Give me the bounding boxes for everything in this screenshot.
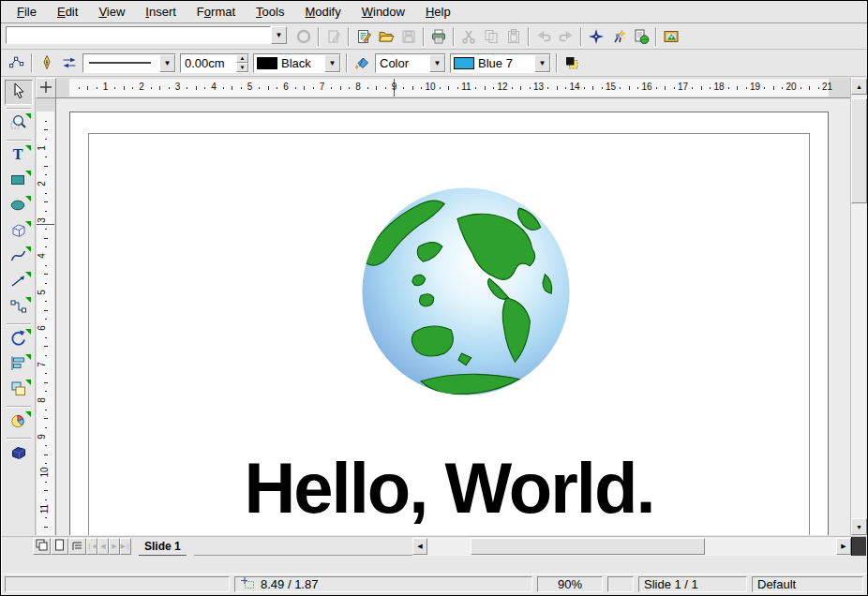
page-style-value: Default xyxy=(757,577,796,591)
window-resize-corner[interactable] xyxy=(851,537,866,556)
zoom-field[interactable]: 90% xyxy=(537,576,603,592)
fill-color-value[interactable]: Blue 7 xyxy=(474,56,534,70)
hyperlink-button[interactable] xyxy=(630,25,652,48)
rectangle-tool-button[interactable] xyxy=(5,169,33,194)
fill-type-value[interactable]: Color xyxy=(376,56,429,70)
ellipse-tool-button[interactable] xyxy=(5,194,33,219)
menu-file[interactable]: File xyxy=(7,3,47,21)
left-arrow-icon: ◀ xyxy=(417,543,422,550)
scroll-left-button[interactable]: ◀ xyxy=(412,538,427,555)
slide-number-value: Slide 1 / 1 xyxy=(644,577,698,591)
draw-toolbar: T xyxy=(2,78,36,535)
line-color-dropdown-button[interactable]: ▼ xyxy=(324,54,340,72)
area-dialog-button[interactable] xyxy=(351,52,373,74)
line-width-value[interactable]: 0.00cm xyxy=(181,56,236,70)
ruler-origin-icon xyxy=(39,81,52,97)
line-width-spinner[interactable]: ▲▼ xyxy=(236,54,248,72)
open-button[interactable] xyxy=(375,25,397,48)
print-button[interactable] xyxy=(427,25,450,48)
master-view-button[interactable] xyxy=(51,538,68,555)
edit-doc-icon xyxy=(325,28,342,45)
shadow-button[interactable] xyxy=(561,52,583,74)
slide-title-text[interactable]: Hello, World. xyxy=(69,447,829,529)
first-slide-button: ❘◀ xyxy=(86,538,97,555)
redo-icon xyxy=(558,28,575,45)
line-color-select[interactable]: Black ▼ xyxy=(253,53,341,73)
alignment-button[interactable] xyxy=(5,352,33,378)
3d-effects-cube-icon xyxy=(9,443,28,465)
navigator-button[interactable] xyxy=(585,25,607,48)
url-dropdown-button[interactable]: ▼ xyxy=(271,26,287,44)
autopilot-button[interactable] xyxy=(607,25,630,48)
edit-file-button[interactable] xyxy=(352,25,375,48)
fill-color-select[interactable]: Blue 7 ▼ xyxy=(450,53,551,73)
horizontal-scrollbar[interactable]: ◀ ▶ xyxy=(412,537,851,556)
edit-doc-button xyxy=(322,25,345,48)
line-style-dropdown-button[interactable]: ▼ xyxy=(159,54,175,72)
text-tool-button[interactable]: T xyxy=(5,143,33,169)
fill-type-dropdown-button[interactable]: ▼ xyxy=(429,54,445,72)
connector-tool-button[interactable] xyxy=(5,295,33,320)
curve-tool-button[interactable] xyxy=(5,245,33,270)
spin-up-icon[interactable]: ▲ xyxy=(236,54,248,64)
edit-points-button[interactable] xyxy=(6,52,28,74)
layer-view-button[interactable] xyxy=(68,538,86,555)
fill-color-dropdown-button[interactable]: ▼ xyxy=(534,54,550,72)
h-scrollbar-thumb[interactable] xyxy=(471,538,705,555)
line-color-value[interactable]: Black xyxy=(277,56,324,70)
horizontal-ruler[interactable]: 123456789101112131415161718192021 xyxy=(56,78,850,98)
page-style-field[interactable]: Default xyxy=(752,576,863,592)
scroll-up-button[interactable]: ▲ xyxy=(851,78,867,95)
menu-format[interactable]: Format xyxy=(187,3,246,21)
stop-button xyxy=(292,25,315,48)
select-tool-button[interactable] xyxy=(5,80,33,105)
layer-view-icon xyxy=(71,539,83,554)
menu-tools[interactable]: Tools xyxy=(246,3,294,21)
object-bar: ▼ 0.00cm ▲▼ Black ▼ Color ▼ Blue 7 ▼ xyxy=(1,50,867,77)
slide-canvas[interactable]: Hello, World. xyxy=(56,98,850,535)
lines-arrows-tool-button[interactable] xyxy=(5,270,33,295)
shadow-icon xyxy=(563,54,580,71)
rotate-tool-button[interactable] xyxy=(5,327,33,352)
last-slide-button: ▶❘ xyxy=(120,538,131,555)
scroll-right-button[interactable]: ▶ xyxy=(836,538,851,555)
menu-view[interactable]: View xyxy=(88,3,135,21)
line-dialog-button[interactable] xyxy=(36,52,58,74)
open-folder-icon xyxy=(378,28,395,45)
vertical-scrollbar[interactable]: ▲ ▼ xyxy=(850,78,866,535)
save-icon xyxy=(400,28,417,45)
menu-insert[interactable]: Insert xyxy=(135,3,187,21)
3d-objects-tool-button[interactable] xyxy=(5,219,33,245)
effects-3d-button[interactable] xyxy=(5,441,33,467)
master-view-icon xyxy=(53,539,66,554)
slide-view-button[interactable] xyxy=(33,538,51,555)
slide-tab[interactable]: Slide 1 xyxy=(131,537,194,556)
line-style-select[interactable]: ▼ xyxy=(82,53,176,73)
zoom-tool-button[interactable] xyxy=(5,112,33,137)
arrange-button[interactable] xyxy=(5,378,33,403)
v-scrollbar-thumb[interactable] xyxy=(851,98,867,203)
vertical-ruler[interactable]: 123456789101112 xyxy=(36,98,56,535)
copy-button xyxy=(480,25,502,48)
spin-down-icon[interactable]: ▼ xyxy=(236,63,248,72)
globe-image[interactable] xyxy=(359,185,573,398)
prev-arrow-icon: ◀ xyxy=(100,543,105,550)
menu-window[interactable]: Window xyxy=(352,3,415,21)
fill-type-select[interactable]: Color ▼ xyxy=(375,53,446,73)
edit-file-icon xyxy=(355,28,372,45)
insert-button[interactable] xyxy=(5,410,33,435)
menu-modify[interactable]: Modify xyxy=(294,3,351,21)
ruler-origin-button[interactable] xyxy=(36,78,56,98)
app-window: File Edit View Insert Format Tools Modif… xyxy=(0,0,868,596)
menu-help[interactable]: Help xyxy=(415,3,461,21)
next-slide-button: ▶ xyxy=(109,538,120,555)
menu-edit[interactable]: Edit xyxy=(47,3,88,21)
scroll-down-button[interactable]: ▼ xyxy=(851,518,867,535)
gallery-button[interactable] xyxy=(660,25,682,48)
menu-bar: File Edit View Insert Format Tools Modif… xyxy=(1,1,867,23)
paste-button xyxy=(502,25,525,48)
line-width-field[interactable]: 0.00cm ▲▼ xyxy=(180,53,249,73)
url-input[interactable] xyxy=(6,26,271,44)
edit-points-icon xyxy=(8,54,25,71)
arrow-style-button[interactable] xyxy=(58,52,81,74)
